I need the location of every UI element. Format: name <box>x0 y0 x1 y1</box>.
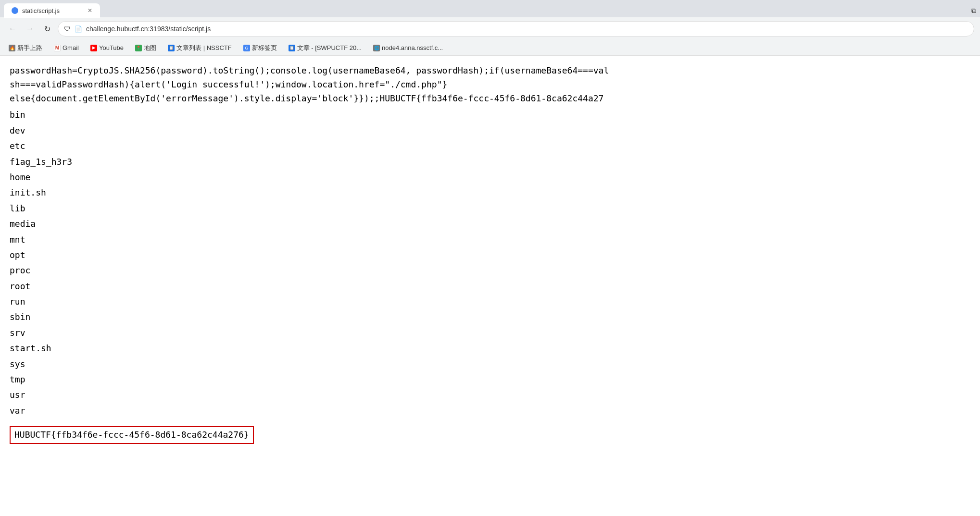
dir-run: run <box>10 294 970 309</box>
dir-home: home <box>10 170 970 185</box>
directory-list: bin dev etc f1ag_1s_h3r3 home init.sh li… <box>10 107 970 418</box>
tab-close-button[interactable]: ✕ <box>88 7 92 14</box>
content-area: passwordHash=CryptoJS.SHA256(password).t… <box>0 56 980 452</box>
back-button[interactable]: ← <box>6 22 19 36</box>
active-tab[interactable]: static/script.js ✕ <box>4 3 100 18</box>
bookmark-label-xinshou: 新手上路 <box>17 44 42 52</box>
code-line-1: passwordHash=CryptoJS.SHA256(password).t… <box>10 64 970 78</box>
dir-usr: usr <box>10 387 970 403</box>
bookmark-maps[interactable]: 📍 地图 <box>132 43 159 53</box>
bookmark-favicon-youtube: ▶ <box>90 45 97 51</box>
bookmark-article[interactable]: 📋 文章 - [SWPUCTF 20... <box>286 43 364 53</box>
restore-window-button[interactable]: ⧉ <box>971 7 976 15</box>
bookmark-favicon-gmail: M <box>54 45 61 51</box>
page-icon: 📄 <box>75 25 82 33</box>
bookmark-label-gmail: Gmail <box>63 44 79 51</box>
tab-favicon <box>12 7 18 14</box>
dir-initsh: init.sh <box>10 185 970 200</box>
bookmark-label-maps: 地图 <box>144 44 156 52</box>
dir-root: root <box>10 279 970 294</box>
dir-sbin: sbin <box>10 309 970 325</box>
bookmark-node4[interactable]: 🌐 node4.anna.nssctf.c... <box>370 43 446 52</box>
security-icon: 🛡 <box>64 25 71 33</box>
flag-value: HUBUCTF{ffb34f6e-fccc-45f6-8d61-8ca62c44… <box>10 426 254 444</box>
dir-sys: sys <box>10 356 970 372</box>
bookmark-label-newtab: 新标签页 <box>252 44 277 52</box>
bookmark-xinshou[interactable]: 🔥 新手上路 <box>6 43 45 53</box>
dir-flag: f1ag_1s_h3r3 <box>10 154 970 170</box>
dir-opt: opt <box>10 247 970 263</box>
dir-startsh: start.sh <box>10 341 970 356</box>
forward-button[interactable]: → <box>23 22 37 36</box>
dir-dev: dev <box>10 123 970 138</box>
bookmark-label-youtube: YouTube <box>99 44 124 51</box>
forward-icon: → <box>26 25 34 33</box>
address-input[interactable] <box>86 25 968 33</box>
code-line-2: sh===validPasswordHash){alert('Login suc… <box>10 78 970 92</box>
bookmark-favicon-newtab: G <box>243 45 250 51</box>
tab-bar: static/script.js ✕ ⧉ <box>0 0 980 17</box>
dir-media: media <box>10 216 970 232</box>
flag-container: HUBUCTF{ffb34f6e-fccc-45f6-8d61-8ca62c44… <box>10 422 970 444</box>
bookmark-label-node4: node4.anna.nssctf.c... <box>382 44 443 51</box>
bookmark-favicon-xinshou: 🔥 <box>9 45 15 51</box>
bookmark-favicon-maps: 📍 <box>135 45 142 51</box>
toolbar: ← → ↻ 🛡 📄 <box>0 17 980 40</box>
bookmark-gmail[interactable]: M Gmail <box>51 43 82 52</box>
bookmark-label-article: 文章 - [SWPUCTF 20... <box>297 44 362 52</box>
address-bar-container[interactable]: 🛡 📄 <box>58 21 974 37</box>
dir-proc: proc <box>10 263 970 278</box>
dir-mnt: mnt <box>10 232 970 247</box>
bookmark-label-wenzhang: 文章列表 | NSSCTF <box>176 44 232 52</box>
bookmark-favicon-article: 📋 <box>289 45 295 51</box>
dir-var: var <box>10 403 970 418</box>
dir-lib: lib <box>10 201 970 216</box>
reload-icon: ↻ <box>44 25 50 34</box>
dir-bin: bin <box>10 107 970 123</box>
dir-etc: etc <box>10 138 970 154</box>
code-line-3: else{document.getElementById('errorMessa… <box>10 92 970 106</box>
bookmark-wenzhang[interactable]: 📋 文章列表 | NSSCTF <box>165 43 235 53</box>
tab-title: static/script.js <box>22 7 60 14</box>
dir-srv: srv <box>10 325 970 341</box>
dir-tmp: tmp <box>10 372 970 387</box>
bookmark-youtube[interactable]: ▶ YouTube <box>88 43 126 52</box>
back-icon: ← <box>9 25 16 33</box>
bookmark-favicon-node4: 🌐 <box>373 45 380 51</box>
reload-button[interactable]: ↻ <box>40 22 54 36</box>
bookmarks-bar: 🔥 新手上路 M Gmail ▶ YouTube 📍 地图 📋 文章列表 | N… <box>0 40 980 56</box>
bookmark-favicon-wenzhang: 📋 <box>168 45 175 51</box>
browser-chrome: static/script.js ✕ ⧉ ← → ↻ 🛡 📄 🔥 新手上路 M … <box>0 0 980 56</box>
bookmark-newtab[interactable]: G 新标签页 <box>240 43 280 53</box>
